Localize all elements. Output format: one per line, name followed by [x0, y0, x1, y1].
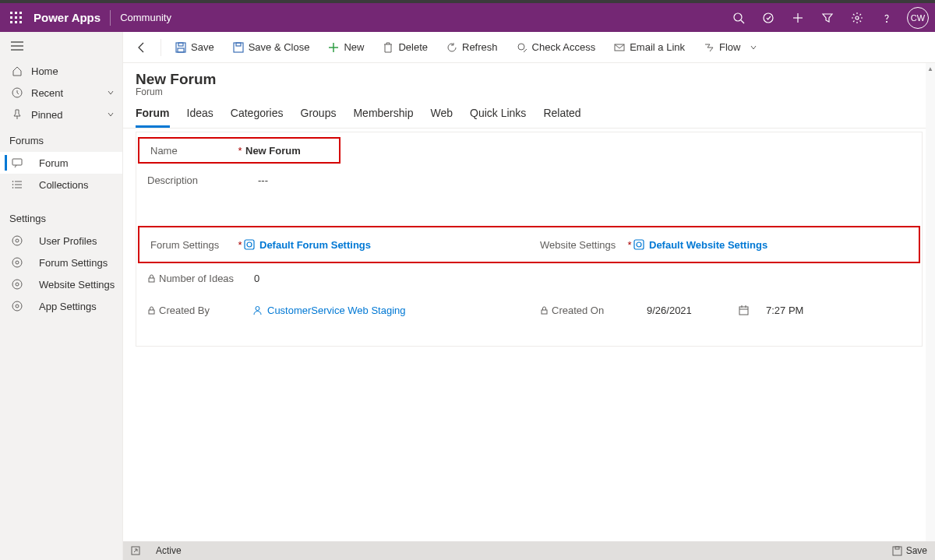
waffle-icon[interactable]	[0, 3, 32, 32]
mail-icon	[614, 42, 625, 53]
title-area: New Forum Forum	[123, 63, 935, 97]
nav-recent-label: Recent	[31, 87, 63, 99]
field-forum-settings-label: Forum Settings	[150, 239, 236, 251]
nav-section-forums: Forums	[0, 129, 122, 152]
filter-icon[interactable]	[813, 4, 842, 32]
assistant-icon[interactable]	[754, 4, 782, 32]
home-icon	[11, 65, 23, 76]
lock-icon	[540, 306, 549, 315]
svg-rect-7	[15, 21, 17, 23]
divider	[110, 10, 111, 26]
back-button[interactable]	[129, 41, 154, 54]
search-icon[interactable]	[725, 4, 753, 32]
cmd-save-close[interactable]: Save & Close	[225, 35, 318, 60]
required-indicator: *	[626, 239, 633, 251]
tab-web[interactable]: Web	[430, 107, 453, 128]
footer-save-button[interactable]: Save	[892, 545, 927, 556]
field-created-on: Created On 9/26/2021 7:27 PM	[529, 293, 922, 327]
status-bar: Active Save	[123, 541, 935, 560]
entity-icon	[244, 239, 255, 250]
hamburger-icon[interactable]	[0, 32, 122, 60]
cmd-refresh[interactable]: Refresh	[439, 35, 506, 60]
add-icon[interactable]	[784, 4, 812, 32]
nav-pinned-label: Pinned	[31, 109, 62, 121]
save-icon	[892, 546, 902, 556]
help-icon[interactable]	[873, 4, 901, 32]
lock-icon	[147, 306, 156, 315]
cmd-new[interactable]: New	[320, 35, 372, 60]
scrollbar[interactable]: ▲	[926, 63, 935, 541]
cmd-email-link[interactable]: Email a Link	[606, 35, 693, 60]
svg-point-30	[12, 258, 22, 267]
calendar-icon	[739, 305, 749, 315]
nav-home-label: Home	[31, 65, 58, 77]
tab-forum[interactable]: Forum	[136, 107, 170, 128]
field-forum-settings-value[interactable]: Default Forum Settings	[244, 239, 371, 251]
nav-website-settings[interactable]: Website Settings	[0, 273, 122, 295]
forum-icon	[11, 157, 23, 168]
cmd-save-close-label: Save & Close	[249, 41, 310, 53]
svg-point-9	[734, 13, 742, 21]
brand-label[interactable]: Power Apps	[34, 11, 101, 24]
svg-rect-0	[10, 12, 12, 14]
svg-rect-50	[149, 310, 154, 314]
field-created-by-value[interactable]: CustomerService Web Staging	[252, 305, 406, 316]
cmd-new-label: New	[344, 41, 364, 53]
nav-collections[interactable]: Collections	[0, 174, 122, 195]
svg-point-29	[16, 261, 19, 264]
cmd-save[interactable]: Save	[168, 35, 222, 60]
app-name-label[interactable]: Community	[120, 12, 171, 23]
nav-app-settings[interactable]: App Settings	[0, 295, 122, 317]
save-close-icon	[233, 42, 244, 53]
settings-row-highlight: Forum Settings * Default Forum Settings …	[138, 226, 920, 263]
field-website-settings-label: Website Settings	[540, 239, 626, 251]
tab-groups[interactable]: Groups	[301, 107, 337, 128]
field-description-value[interactable]: ---	[256, 174, 268, 186]
svg-rect-59	[895, 547, 899, 549]
field-name-highlight: Name * New Forum	[138, 137, 340, 164]
settings-icon[interactable]	[843, 4, 871, 32]
scroll-up-icon[interactable]: ▲	[926, 63, 935, 74]
popout-icon[interactable]	[131, 546, 140, 555]
save-icon	[175, 42, 186, 53]
svg-rect-2	[19, 12, 22, 14]
tab-related[interactable]: Related	[543, 107, 580, 128]
field-description-row: Description ---	[136, 165, 922, 195]
nav-forum[interactable]: Forum	[0, 152, 122, 174]
gear-icon	[11, 257, 23, 268]
svg-rect-45	[245, 240, 254, 249]
nav-pinned[interactable]: Pinned	[0, 104, 122, 125]
pin-icon	[11, 109, 23, 120]
person-icon	[252, 305, 263, 315]
command-bar: Save Save & Close New Delete Refresh Che…	[123, 32, 935, 63]
field-name-label: Name	[150, 145, 236, 157]
refresh-icon	[446, 42, 457, 53]
gear-icon	[11, 235, 23, 246]
nav-user-profiles[interactable]: User Profiles	[0, 230, 122, 252]
tab-membership[interactable]: Membership	[353, 107, 413, 128]
gear-icon	[11, 279, 23, 290]
nav-home[interactable]: Home	[0, 60, 122, 82]
field-website-settings: Website Settings * Default Website Setti…	[529, 227, 919, 262]
required-indicator: *	[236, 239, 244, 251]
svg-point-51	[256, 306, 259, 310]
field-description-label: Description	[147, 174, 249, 186]
field-website-settings-value[interactable]: Default Website Settings	[633, 239, 767, 251]
svg-point-14	[856, 16, 859, 19]
field-created-on-time: 7:27 PM	[764, 305, 803, 316]
cmd-flow[interactable]: Flow	[696, 35, 765, 60]
tab-quick-links[interactable]: Quick Links	[470, 107, 526, 128]
flow-icon	[704, 42, 714, 53]
avatar[interactable]: CW	[907, 7, 929, 29]
tab-ideas[interactable]: Ideas	[187, 107, 213, 128]
tab-categories[interactable]: Categories	[231, 107, 284, 128]
field-created-by-label: Created By	[159, 305, 252, 316]
nav-recent[interactable]: Recent	[0, 82, 122, 104]
cmd-delete[interactable]: Delete	[375, 35, 436, 60]
field-created-on-date: 9/26/2021	[645, 305, 731, 316]
status-state: Active	[156, 545, 182, 556]
cmd-check-access[interactable]: Check Access	[509, 35, 604, 60]
nav-forum-settings[interactable]: Forum Settings	[0, 252, 122, 273]
svg-rect-53	[739, 307, 748, 315]
field-name-value[interactable]: New Forum	[244, 145, 301, 157]
